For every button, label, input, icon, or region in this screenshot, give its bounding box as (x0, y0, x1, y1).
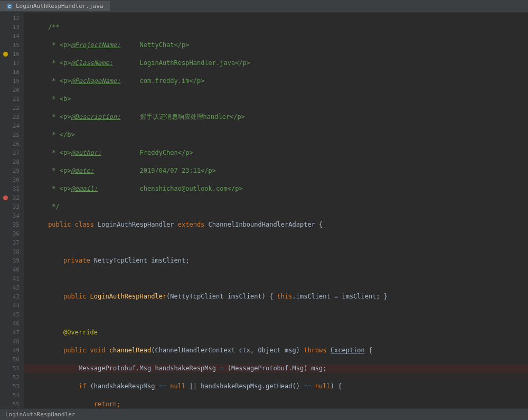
breadcrumb-bar[interactable]: LoginAuthRespHandler (0, 408, 528, 420)
line-number[interactable]: 23 (0, 113, 24, 122)
line-number[interactable]: 30 (0, 175, 24, 184)
line-number[interactable]: 48 (0, 337, 24, 346)
line-number[interactable]: 35 (0, 220, 24, 229)
line-number[interactable]: 37 (0, 238, 24, 247)
line-number[interactable]: 38 (0, 247, 24, 256)
file-tab[interactable]: C LoginAuthRespHandler.java (0, 1, 110, 11)
line-number[interactable]: 45 (0, 310, 24, 319)
line-number[interactable]: 50 (0, 355, 24, 364)
line-number[interactable]: 21 (0, 95, 24, 104)
line-number[interactable]: 26 (0, 139, 24, 148)
breakpoint-icon[interactable] (3, 195, 8, 200)
line-number[interactable]: 24 (0, 122, 24, 130)
line-number[interactable]: 14 (0, 32, 24, 41)
editor-body: 1213141516171819202122232425262728293031… (0, 13, 528, 408)
line-number[interactable]: 22 (0, 104, 24, 113)
line-number[interactable]: 47 (0, 328, 24, 337)
line-number[interactable]: 44 (0, 301, 24, 310)
editor-frame: C LoginAuthRespHandler.java 121314151617… (0, 0, 528, 420)
line-number[interactable]: 33 (0, 202, 24, 211)
line-number[interactable]: 40 (0, 265, 24, 274)
line-number[interactable]: 54 (0, 391, 24, 400)
line-number[interactable]: 52 (0, 373, 24, 382)
line-number[interactable]: 55 (0, 400, 24, 408)
line-number[interactable]: 41 (0, 274, 24, 283)
code-area[interactable]: /** * <p>@ProjectName: NettyChat</p> * <… (24, 13, 528, 408)
line-number[interactable]: 49 (0, 346, 24, 355)
line-number[interactable]: 43 (0, 292, 24, 301)
line-number[interactable]: 20 (0, 86, 24, 95)
java-class-icon: C (6, 3, 13, 10)
line-number[interactable]: 53 (0, 382, 24, 391)
line-number[interactable]: 27 (0, 148, 24, 157)
line-number[interactable]: 36 (0, 229, 24, 238)
line-number[interactable]: 29 (0, 166, 24, 175)
warning-icon[interactable] (3, 52, 8, 57)
line-number[interactable]: 17 (0, 59, 24, 68)
svg-text:C: C (8, 4, 11, 9)
line-number[interactable]: 46 (0, 319, 24, 328)
tab-filename: LoginAuthRespHandler.java (16, 3, 103, 10)
line-number[interactable]: 16 (0, 50, 24, 59)
line-number[interactable]: 34 (0, 211, 24, 220)
breadcrumb-class[interactable]: LoginAuthRespHandler (5, 411, 75, 418)
line-number[interactable]: 31 (0, 184, 24, 193)
line-number[interactable]: 42 (0, 283, 24, 292)
line-number[interactable]: 19 (0, 77, 24, 86)
tab-bar: C LoginAuthRespHandler.java (0, 0, 528, 13)
line-number[interactable]: 18 (0, 68, 24, 77)
line-number[interactable]: 39 (0, 256, 24, 265)
line-number[interactable]: 15 (0, 41, 24, 50)
line-gutter[interactable]: 1213141516171819202122232425262728293031… (0, 13, 24, 408)
line-number[interactable]: 51 (0, 364, 24, 373)
line-number[interactable]: 25 (0, 130, 24, 139)
line-number[interactable]: 32 (0, 193, 24, 202)
line-number[interactable]: 13 (0, 23, 24, 32)
line-number[interactable]: 28 (0, 157, 24, 166)
line-number[interactable]: 12 (0, 14, 24, 23)
